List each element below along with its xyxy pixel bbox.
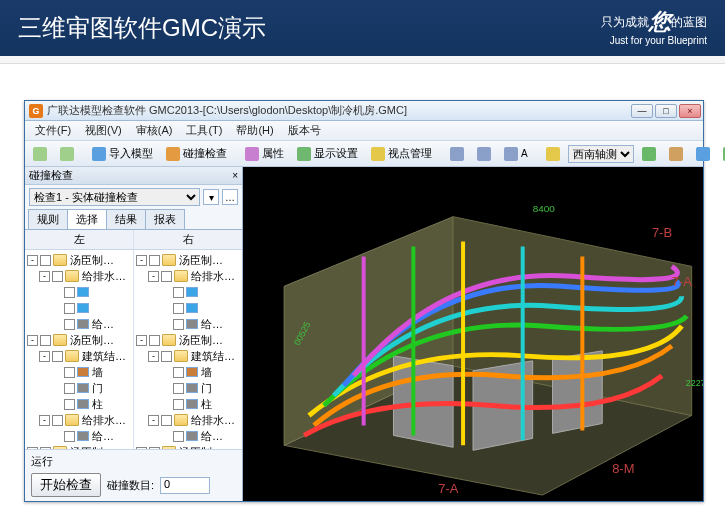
tab-select[interactable]: 选择	[67, 209, 107, 229]
tree-node[interactable]: 柱	[25, 396, 133, 412]
menu-help[interactable]: 帮助(H)	[230, 121, 279, 140]
panel-close-icon[interactable]: ×	[232, 170, 238, 181]
tree-checkbox[interactable]	[64, 431, 75, 442]
expand-toggle-icon[interactable]: -	[27, 255, 38, 266]
panel-opt-b-button[interactable]: …	[222, 189, 238, 205]
tree-checkbox[interactable]	[64, 383, 75, 394]
expand-toggle-icon[interactable]: -	[39, 415, 50, 426]
nav-fwd-button[interactable]	[55, 144, 79, 164]
close-button[interactable]: ×	[679, 104, 701, 118]
tree-checkbox[interactable]	[64, 287, 75, 298]
tree-node[interactable]	[25, 284, 133, 300]
tree-node[interactable]: -建筑结…	[134, 348, 242, 364]
tree-node[interactable]: 给…	[134, 428, 242, 444]
tree-node[interactable]: -建筑结…	[25, 348, 133, 364]
tree-node[interactable]	[134, 300, 242, 316]
tree-checkbox[interactable]	[64, 399, 75, 410]
3d-viewport[interactable]: 7-B 7-A 8400 00525 7-A 8-M 2227	[243, 167, 703, 501]
collision-count-field[interactable]: 0	[160, 477, 210, 494]
expand-toggle-icon[interactable]: -	[27, 335, 38, 346]
menu-tools[interactable]: 工具(T)	[180, 121, 228, 140]
display-settings-button[interactable]: 显示设置	[292, 144, 363, 164]
tree-node[interactable]	[134, 284, 242, 300]
tree-checkbox[interactable]	[149, 335, 160, 346]
check-select[interactable]: 检查1 - 实体碰撞检查	[29, 188, 200, 206]
expand-toggle-icon[interactable]: -	[148, 271, 159, 282]
axis-select[interactable]: 西南轴测	[568, 145, 634, 163]
menu-version[interactable]: 版本号	[282, 121, 327, 140]
edit-icon[interactable]	[541, 144, 565, 164]
tree-checkbox[interactable]	[173, 367, 184, 378]
expand-toggle-icon[interactable]: -	[136, 335, 147, 346]
tree-node[interactable]: -汤臣制…	[134, 332, 242, 348]
tool-b-button[interactable]	[718, 144, 725, 164]
svg-text:7-A: 7-A	[438, 481, 458, 496]
tree-checkbox[interactable]	[64, 303, 75, 314]
tree-checkbox[interactable]	[161, 415, 172, 426]
tree-node[interactable]: 给…	[134, 316, 242, 332]
tree-checkbox[interactable]	[149, 255, 160, 266]
import-model-button[interactable]: 导入模型	[87, 144, 158, 164]
tree-node[interactable]: -汤臣制…	[25, 332, 133, 348]
expand-toggle-icon[interactable]: -	[148, 415, 159, 426]
expand-toggle-icon[interactable]: -	[148, 351, 159, 362]
tree-checkbox[interactable]	[173, 287, 184, 298]
tree-checkbox[interactable]	[64, 319, 75, 330]
tree-checkbox[interactable]	[52, 271, 63, 282]
tree-node[interactable]: -给排水…	[134, 412, 242, 428]
tree-checkbox[interactable]	[161, 351, 172, 362]
tree-node[interactable]: -汤臣制…	[25, 252, 133, 268]
expand-toggle-icon[interactable]: -	[39, 351, 50, 362]
annotate-button[interactable]: A	[499, 144, 533, 164]
tree-checkbox[interactable]	[173, 303, 184, 314]
viewpoint-mgr-button[interactable]: 视点管理	[366, 144, 437, 164]
expand-toggle-icon[interactable]: -	[136, 255, 147, 266]
tree-node[interactable]: 给…	[25, 428, 133, 444]
tree-left[interactable]: -汤臣制…-给排水…给…-汤臣制…-建筑结…墙门柱-给排水…给…-汤臣制…+建筑…	[25, 250, 134, 449]
tree-node[interactable]: -给排水…	[134, 268, 242, 284]
tree-checkbox[interactable]	[161, 271, 172, 282]
tree-checkbox[interactable]	[40, 255, 51, 266]
tab-report[interactable]: 报表	[145, 209, 185, 229]
tree-node[interactable]: 门	[134, 380, 242, 396]
cube-button[interactable]	[664, 144, 688, 164]
tree-right[interactable]: -汤臣制…-给排水…给…-汤臣制…-建筑结…墙门柱-给排水…给…-汤臣制…+建筑…	[134, 250, 242, 449]
tree-node[interactable]: 给…	[25, 316, 133, 332]
tree-checkbox[interactable]	[52, 351, 63, 362]
tree-node[interactable]: 墙	[134, 364, 242, 380]
properties-button[interactable]: 属性	[240, 144, 289, 164]
tree-node[interactable]: 墙	[25, 364, 133, 380]
tree-checkbox[interactable]	[52, 415, 63, 426]
menubar: 文件(F) 视图(V) 审核(A) 工具(T) 帮助(H) 版本号	[25, 121, 703, 141]
tree-node[interactable]: -汤臣制…	[134, 252, 242, 268]
menu-view[interactable]: 视图(V)	[79, 121, 128, 140]
tab-rules[interactable]: 规则	[28, 209, 68, 229]
start-check-button[interactable]: 开始检查	[31, 473, 101, 497]
menu-audit[interactable]: 审核(A)	[130, 121, 179, 140]
tree-node[interactable]	[25, 300, 133, 316]
tree-node[interactable]: 门	[25, 380, 133, 396]
nav-back-button[interactable]	[28, 144, 52, 164]
tree-checkbox[interactable]	[173, 383, 184, 394]
tree-node[interactable]: -给排水…	[25, 412, 133, 428]
expand-toggle-icon[interactable]: -	[39, 271, 50, 282]
tool-a-button[interactable]	[691, 144, 715, 164]
tree-checkbox[interactable]	[40, 335, 51, 346]
menu-file[interactable]: 文件(F)	[29, 121, 77, 140]
camera-button[interactable]	[445, 144, 469, 164]
tree-checkbox[interactable]	[173, 319, 184, 330]
titlebar[interactable]: G 广联达模型检查软件 GMC2013-[C:\Users\glodon\Des…	[25, 101, 703, 121]
folder-icon	[65, 414, 79, 426]
maximize-button[interactable]: □	[655, 104, 677, 118]
brush-button[interactable]	[637, 144, 661, 164]
tree-checkbox[interactable]	[64, 367, 75, 378]
collision-check-button[interactable]: 碰撞检查	[161, 144, 232, 164]
tree-checkbox[interactable]	[173, 399, 184, 410]
tab-results[interactable]: 结果	[106, 209, 146, 229]
measure-button[interactable]	[472, 144, 496, 164]
tree-checkbox[interactable]	[173, 431, 184, 442]
tree-node[interactable]: -给排水…	[25, 268, 133, 284]
minimize-button[interactable]: —	[631, 104, 653, 118]
panel-opt-a-button[interactable]: ▾	[203, 189, 219, 205]
tree-node[interactable]: 柱	[134, 396, 242, 412]
